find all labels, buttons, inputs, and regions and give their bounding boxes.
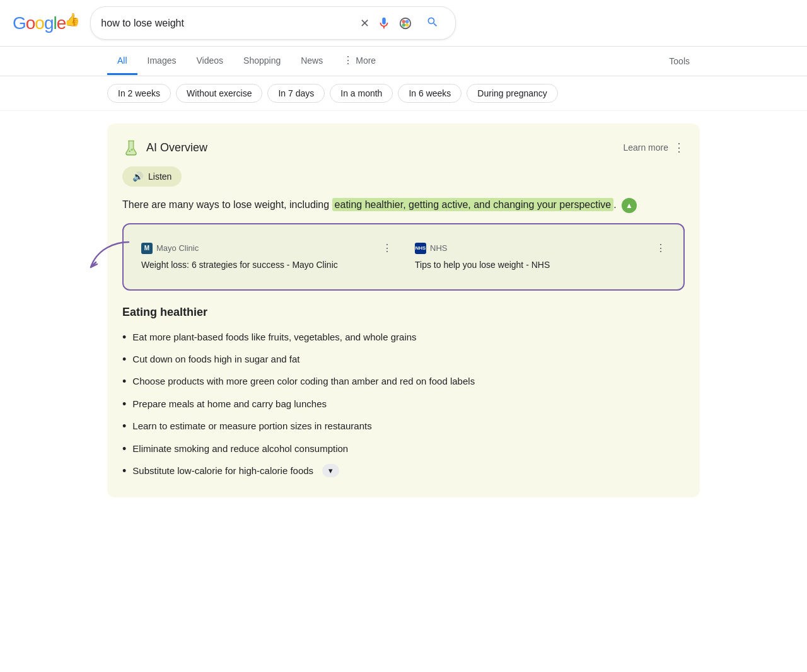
tab-all[interactable]: All [107,48,137,75]
list-item: • Eliminate smoking and reduce alcohol c… [122,438,685,460]
chevron-down-icon: ▾ [328,466,333,475]
nav-tabs: All Images Videos Shopping News ⋮ More T… [0,47,807,76]
eating-list: • Eat more plant-based foods like fruits… [122,327,685,483]
collapse-button[interactable]: ▲ [622,198,637,213]
svg-point-1 [402,20,406,23]
list-item: • Prepare meals at home and carry bag lu… [122,393,685,415]
bullet-icon: • [122,442,126,456]
bullet-icon: • [122,419,126,434]
chip-during-pregnancy[interactable]: During pregnancy [467,84,558,103]
lens-icon [398,16,412,30]
nhs-logo: NHS NHS [415,243,447,254]
search-icons: ✕ [360,12,445,34]
list-item: • Substitute low-calorie for high-calori… [122,460,685,482]
svg-point-0 [400,18,411,28]
annotation-arrow [84,236,135,286]
voice-search-button[interactable] [377,16,391,30]
logo-text: Google [13,13,66,33]
bullet-icon: • [122,352,126,367]
chip-in-7-days[interactable]: In 7 days [267,84,325,103]
speaker-icon: 🔊 [132,171,143,182]
mayo-more-button[interactable]: ⋮ [382,242,392,254]
sources-cards: M Mayo Clinic ⋮ Weight loss: 6 strategie… [122,223,685,291]
clear-button[interactable]: ✕ [360,16,369,30]
list-item: • Choose products with more green color … [122,371,685,393]
tab-videos[interactable]: Videos [186,48,233,75]
tab-images[interactable]: Images [137,48,187,75]
source-card-nhs: NHS NHS ⋮ Tips to help you lose weight -… [407,235,673,279]
bullet-icon: • [122,374,126,389]
dots-icon: ⋮ [343,54,353,66]
main-content: AI Overview Learn more ⋮ 🔊 Listen There … [0,111,807,523]
chip-in-6-weeks[interactable]: In 6 weeks [398,84,462,103]
svg-point-5 [129,151,131,152]
svg-point-2 [405,20,409,23]
google-logo[interactable]: Google 👍 [13,13,80,33]
ai-overview-header: AI Overview Learn more ⋮ [122,139,685,156]
expand-button[interactable]: ▾ [322,464,339,477]
ai-overview-title: AI Overview [146,141,207,154]
list-item: • Learn to estimate or measure portion s… [122,415,685,437]
chip-in-2-weeks[interactable]: In 2 weeks [107,84,171,103]
ai-title-row: AI Overview [122,139,207,156]
svg-point-4 [405,23,409,27]
lens-search-button[interactable] [398,16,412,30]
eating-section: Eating healthier • Eat more plant-based … [122,306,685,483]
list-item: • Cut down on foods high in sugar and fa… [122,349,685,371]
source-card-header-nhs: NHS NHS ⋮ [415,242,666,254]
tab-more[interactable]: ⋮ More [333,47,386,76]
mayo-title[interactable]: Weight loss: 6 strategies for success - … [141,259,392,272]
search-input[interactable]: how to lose weight [101,18,354,29]
close-icon: ✕ [360,16,369,30]
svg-point-3 [402,23,406,27]
flask-icon [122,139,140,156]
bullet-icon: • [122,464,126,478]
learn-more-button[interactable]: Learn more [623,142,668,153]
listen-button[interactable]: 🔊 Listen [122,166,182,187]
ai-overview: AI Overview Learn more ⋮ 🔊 Listen There … [107,124,700,497]
ai-actions: Learn more ⋮ [623,141,685,154]
svg-point-6 [131,149,133,151]
filter-chips: In 2 weeks Without exercise In 7 days In… [0,76,807,111]
source-card-mayo: M Mayo Clinic ⋮ Weight loss: 6 strategie… [134,235,400,279]
search-submit-button[interactable] [420,12,445,34]
sources-container: M Mayo Clinic ⋮ Weight loss: 6 strategie… [122,223,685,291]
bullet-icon: • [122,330,126,345]
eating-title: Eating healthier [122,306,685,319]
bullet-icon: • [122,397,126,412]
tools-button[interactable]: Tools [659,49,700,74]
nhs-more-button[interactable]: ⋮ [656,242,666,254]
nhs-name: NHS [430,243,447,253]
nhs-title[interactable]: Tips to help you lose weight - NHS [415,259,666,272]
search-bar: how to lose weight ✕ [90,6,456,40]
microphone-icon [377,16,391,30]
chip-in-a-month[interactable]: In a month [330,84,393,103]
ai-intro-text: There are many ways to lose weight, incl… [122,197,685,213]
mayo-name: Mayo Clinic [156,243,199,253]
highlighted-text: eating healthier, getting active, and ch… [332,198,614,211]
more-options-button[interactable]: ⋮ [673,141,685,154]
logo-thumb-icon: 👍 [64,12,80,27]
tab-news[interactable]: News [291,48,333,75]
search-icon [426,16,439,28]
mayo-clinic-icon: M [141,243,153,254]
header: Google 👍 how to lose weight ✕ [0,0,807,47]
mayo-logo: M Mayo Clinic [141,243,199,254]
list-item: • Eat more plant-based foods like fruits… [122,327,685,349]
tab-shopping[interactable]: Shopping [233,48,291,75]
nhs-icon: NHS [415,243,426,254]
chip-without-exercise[interactable]: Without exercise [176,84,262,103]
source-card-header-mayo: M Mayo Clinic ⋮ [141,242,392,254]
